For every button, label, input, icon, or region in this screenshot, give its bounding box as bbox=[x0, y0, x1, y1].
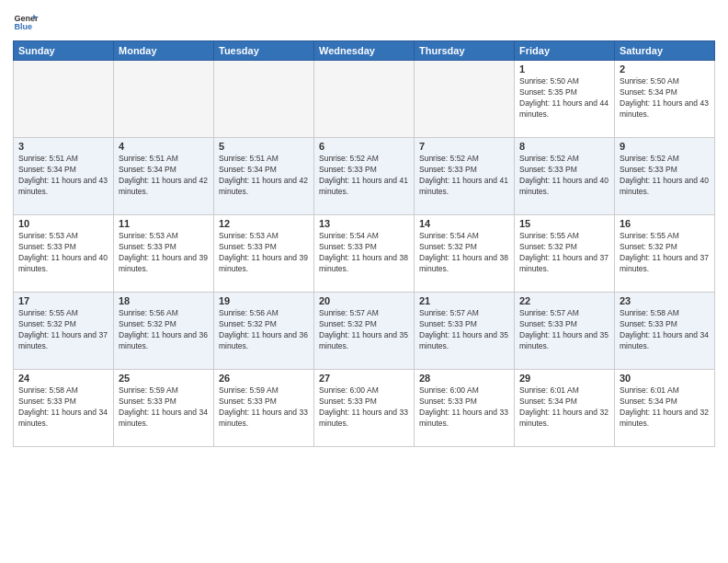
day-info: Sunrise: 6:00 AMSunset: 5:33 PMDaylight:… bbox=[419, 385, 509, 430]
day-cell: 28 Sunrise: 6:00 AMSunset: 5:33 PMDaylig… bbox=[415, 370, 515, 447]
day-cell: 1 Sunrise: 5:50 AMSunset: 5:35 PMDayligh… bbox=[515, 61, 615, 138]
weekday-header-thursday: Thursday bbox=[415, 41, 515, 61]
day-number: 20 bbox=[319, 295, 409, 306]
day-cell bbox=[114, 61, 214, 138]
day-number: 4 bbox=[119, 141, 209, 152]
day-number: 11 bbox=[119, 218, 209, 229]
day-cell: 25 Sunrise: 5:59 AMSunset: 5:33 PMDaylig… bbox=[114, 370, 214, 447]
day-info: Sunrise: 6:01 AMSunset: 5:34 PMDaylight:… bbox=[620, 385, 710, 430]
day-info: Sunrise: 5:57 AMSunset: 5:32 PMDaylight:… bbox=[319, 308, 409, 352]
day-number: 5 bbox=[219, 141, 309, 152]
day-number: 27 bbox=[319, 373, 409, 384]
day-number: 3 bbox=[18, 141, 108, 152]
day-cell: 30 Sunrise: 6:01 AMSunset: 5:34 PMDaylig… bbox=[615, 370, 715, 447]
page: General Blue SundayMondayTuesdayWednesda… bbox=[0, 0, 728, 563]
day-number: 18 bbox=[119, 295, 209, 306]
day-cell: 6 Sunrise: 5:52 AMSunset: 5:33 PMDayligh… bbox=[314, 138, 415, 215]
day-info: Sunrise: 5:52 AMSunset: 5:33 PMDaylight:… bbox=[419, 154, 509, 198]
day-cell: 4 Sunrise: 5:51 AMSunset: 5:34 PMDayligh… bbox=[114, 138, 214, 215]
logo: General Blue bbox=[13, 9, 39, 35]
day-cell: 7 Sunrise: 5:52 AMSunset: 5:33 PMDayligh… bbox=[415, 138, 515, 215]
day-cell: 20 Sunrise: 5:57 AMSunset: 5:32 PMDaylig… bbox=[314, 293, 415, 370]
svg-text:Blue: Blue bbox=[14, 22, 32, 31]
day-cell: 5 Sunrise: 5:51 AMSunset: 5:34 PMDayligh… bbox=[214, 138, 314, 215]
day-info: Sunrise: 5:52 AMSunset: 5:33 PMDaylight:… bbox=[620, 154, 710, 198]
day-cell: 10 Sunrise: 5:53 AMSunset: 5:33 PMDaylig… bbox=[14, 215, 114, 293]
day-cell: 21 Sunrise: 5:57 AMSunset: 5:33 PMDaylig… bbox=[415, 293, 515, 370]
day-cell bbox=[214, 61, 314, 138]
day-info: Sunrise: 5:56 AMSunset: 5:32 PMDaylight:… bbox=[119, 308, 209, 352]
weekday-header-tuesday: Tuesday bbox=[214, 41, 314, 61]
day-info: Sunrise: 5:54 AMSunset: 5:32 PMDaylight:… bbox=[419, 231, 509, 275]
day-number: 15 bbox=[519, 218, 609, 229]
header: General Blue bbox=[13, 9, 715, 35]
day-info: Sunrise: 5:59 AMSunset: 5:33 PMDaylight:… bbox=[119, 385, 209, 430]
day-cell: 27 Sunrise: 6:00 AMSunset: 5:33 PMDaylig… bbox=[314, 370, 415, 447]
day-cell: 12 Sunrise: 5:53 AMSunset: 5:33 PMDaylig… bbox=[214, 215, 314, 293]
weekday-header-wednesday: Wednesday bbox=[314, 41, 415, 61]
day-info: Sunrise: 5:53 AMSunset: 5:33 PMDaylight:… bbox=[18, 231, 108, 275]
weekday-header-row: SundayMondayTuesdayWednesdayThursdayFrid… bbox=[14, 41, 715, 61]
day-info: Sunrise: 5:52 AMSunset: 5:33 PMDaylight:… bbox=[319, 154, 409, 198]
day-info: Sunrise: 5:50 AMSunset: 5:35 PMDaylight:… bbox=[519, 76, 609, 121]
day-cell: 13 Sunrise: 5:54 AMSunset: 5:33 PMDaylig… bbox=[314, 215, 415, 293]
day-cell: 3 Sunrise: 5:51 AMSunset: 5:34 PMDayligh… bbox=[14, 138, 114, 215]
day-number: 13 bbox=[319, 218, 409, 229]
day-cell: 22 Sunrise: 5:57 AMSunset: 5:33 PMDaylig… bbox=[515, 293, 615, 370]
day-number: 30 bbox=[620, 373, 710, 384]
weekday-header-saturday: Saturday bbox=[615, 41, 715, 61]
weekday-header-monday: Monday bbox=[114, 41, 214, 61]
day-number: 8 bbox=[519, 141, 609, 152]
day-cell: 17 Sunrise: 5:55 AMSunset: 5:32 PMDaylig… bbox=[14, 293, 114, 370]
day-cell: 2 Sunrise: 5:50 AMSunset: 5:34 PMDayligh… bbox=[615, 61, 715, 138]
day-number: 14 bbox=[419, 218, 509, 229]
day-cell: 16 Sunrise: 5:55 AMSunset: 5:32 PMDaylig… bbox=[615, 215, 715, 293]
day-info: Sunrise: 5:51 AMSunset: 5:34 PMDaylight:… bbox=[219, 154, 309, 198]
day-info: Sunrise: 6:00 AMSunset: 5:33 PMDaylight:… bbox=[319, 385, 409, 430]
weekday-header-sunday: Sunday bbox=[14, 41, 114, 61]
day-cell: 8 Sunrise: 5:52 AMSunset: 5:33 PMDayligh… bbox=[515, 138, 615, 215]
calendar: SundayMondayTuesdayWednesdayThursdayFrid… bbox=[13, 40, 715, 447]
day-number: 1 bbox=[519, 63, 609, 75]
logo-icon: General Blue bbox=[13, 9, 39, 35]
day-number: 2 bbox=[620, 63, 710, 75]
week-row-1: 1 Sunrise: 5:50 AMSunset: 5:35 PMDayligh… bbox=[14, 61, 715, 138]
day-number: 9 bbox=[620, 141, 710, 152]
day-number: 10 bbox=[18, 218, 108, 229]
weekday-header-friday: Friday bbox=[515, 41, 615, 61]
day-cell: 11 Sunrise: 5:53 AMSunset: 5:33 PMDaylig… bbox=[114, 215, 214, 293]
day-cell: 9 Sunrise: 5:52 AMSunset: 5:33 PMDayligh… bbox=[615, 138, 715, 215]
day-number: 28 bbox=[419, 373, 509, 384]
day-cell: 24 Sunrise: 5:58 AMSunset: 5:33 PMDaylig… bbox=[14, 370, 114, 447]
day-number: 25 bbox=[119, 373, 209, 384]
day-info: Sunrise: 5:56 AMSunset: 5:32 PMDaylight:… bbox=[219, 308, 309, 352]
day-number: 12 bbox=[219, 218, 309, 229]
day-info: Sunrise: 5:57 AMSunset: 5:33 PMDaylight:… bbox=[519, 308, 609, 352]
day-cell: 19 Sunrise: 5:56 AMSunset: 5:32 PMDaylig… bbox=[214, 293, 314, 370]
day-cell bbox=[415, 61, 515, 138]
day-number: 16 bbox=[620, 218, 710, 229]
day-cell bbox=[314, 61, 415, 138]
day-number: 23 bbox=[620, 295, 710, 306]
day-info: Sunrise: 5:50 AMSunset: 5:34 PMDaylight:… bbox=[620, 76, 710, 121]
day-number: 19 bbox=[219, 295, 309, 306]
day-info: Sunrise: 5:55 AMSunset: 5:32 PMDaylight:… bbox=[519, 231, 609, 275]
week-row-4: 17 Sunrise: 5:55 AMSunset: 5:32 PMDaylig… bbox=[14, 293, 715, 370]
day-cell: 26 Sunrise: 5:59 AMSunset: 5:33 PMDaylig… bbox=[214, 370, 314, 447]
day-number: 21 bbox=[419, 295, 509, 306]
day-number: 7 bbox=[419, 141, 509, 152]
day-info: Sunrise: 5:52 AMSunset: 5:33 PMDaylight:… bbox=[519, 154, 609, 198]
day-number: 26 bbox=[219, 373, 309, 384]
day-cell: 29 Sunrise: 6:01 AMSunset: 5:34 PMDaylig… bbox=[515, 370, 615, 447]
day-info: Sunrise: 5:57 AMSunset: 5:33 PMDaylight:… bbox=[419, 308, 509, 352]
day-info: Sunrise: 5:51 AMSunset: 5:34 PMDaylight:… bbox=[18, 154, 108, 198]
day-cell: 23 Sunrise: 5:58 AMSunset: 5:33 PMDaylig… bbox=[615, 293, 715, 370]
day-info: Sunrise: 6:01 AMSunset: 5:34 PMDaylight:… bbox=[519, 385, 609, 430]
week-row-5: 24 Sunrise: 5:58 AMSunset: 5:33 PMDaylig… bbox=[14, 370, 715, 447]
day-cell: 14 Sunrise: 5:54 AMSunset: 5:32 PMDaylig… bbox=[415, 215, 515, 293]
day-number: 17 bbox=[18, 295, 108, 306]
week-row-2: 3 Sunrise: 5:51 AMSunset: 5:34 PMDayligh… bbox=[14, 138, 715, 215]
week-row-3: 10 Sunrise: 5:53 AMSunset: 5:33 PMDaylig… bbox=[14, 215, 715, 293]
day-info: Sunrise: 5:53 AMSunset: 5:33 PMDaylight:… bbox=[219, 231, 309, 275]
day-number: 22 bbox=[519, 295, 609, 306]
